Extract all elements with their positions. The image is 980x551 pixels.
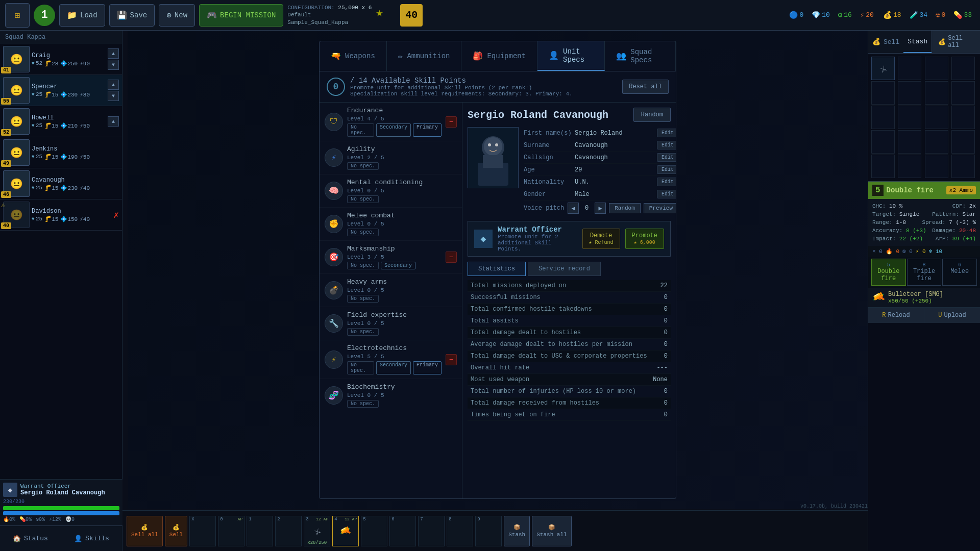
version-text: v0.17.0b, build 230421	[800, 504, 868, 509]
mode-triple-fire[interactable]: 8 Triple fire	[907, 259, 942, 286]
edit-nationality-button[interactable]: Edit	[657, 178, 676, 186]
skill-level-melee: Level 0 / 5	[347, 221, 457, 227]
stash-slot-5[interactable]	[898, 81, 921, 105]
stash-slot-19[interactable]	[951, 155, 975, 178]
content-window: 🔫 Weapons ✏ Ammunition 🎒 Equipment 👤 Uni…	[319, 41, 676, 499]
tab-squad-specs[interactable]: 👥 Squad Specs	[605, 41, 676, 71]
edit-gender-button[interactable]: Edit	[657, 190, 676, 198]
squad-member-jenkins[interactable]: 😐 Jenkins ♥25 🦵15 💠190 ⚡50 49	[0, 137, 122, 168]
stash-slot-17[interactable]	[898, 155, 921, 178]
skill-mental: 🧠 Mental conditioning Level 0 / 5 No spe…	[320, 174, 462, 208]
edit-surname-button[interactable]: Edit	[657, 141, 676, 149]
equip-slot-8[interactable]: 7	[418, 516, 445, 546]
squad-level-badge: 1	[34, 5, 55, 26]
stash-slot-2[interactable]	[925, 57, 948, 80]
squad-member-cavanough[interactable]: 😐 Cavanough ♥25 🦵15 💠230 ⚡40 46	[0, 168, 122, 199]
tab-ammunition[interactable]: ✏ Ammunition	[387, 41, 462, 71]
upload-button[interactable]: U Upload	[924, 308, 980, 323]
stash-slot-8[interactable]	[871, 106, 895, 129]
equip-slot-10[interactable]: 9	[475, 516, 502, 546]
new-button[interactable]: ⊕ New	[159, 4, 195, 27]
home-button[interactable]: ⊞	[5, 3, 30, 28]
member-down-craig[interactable]: ▼	[108, 60, 119, 70]
promote-button[interactable]: Promote ★ 6,000	[625, 229, 664, 249]
random-name-button[interactable]: Random	[633, 108, 671, 122]
marksmanship-minus-button[interactable]: −	[446, 252, 457, 263]
stash-slot-11[interactable]	[951, 106, 975, 129]
member-up-spencer[interactable]: ▲	[108, 80, 119, 90]
stash-slot-9[interactable]	[898, 106, 921, 129]
reload-button[interactable]: R Reload	[868, 308, 924, 323]
stash-slot-1[interactable]	[898, 57, 921, 80]
mode-melee[interactable]: 6 Melee	[942, 259, 977, 286]
favorite-button[interactable]: ★	[376, 5, 396, 26]
stash-slot-4[interactable]	[871, 81, 895, 105]
stash-icon: 📦	[513, 524, 521, 531]
equip-slot-0[interactable]: X	[189, 516, 216, 546]
stash-slot-14[interactable]	[925, 130, 948, 154]
tab-weapons[interactable]: 🔫 Weapons	[320, 41, 387, 71]
stash-slot-10[interactable]	[925, 106, 948, 129]
sell-all-stash-button[interactable]: 💰 Sell all	[932, 31, 980, 53]
tab-equipment[interactable]: 🎒 Equipment	[461, 41, 537, 71]
stash-slot-12[interactable]	[871, 130, 895, 154]
endurance-minus-button[interactable]: −	[446, 116, 457, 128]
squad-member-davidson[interactable]: ⚠ 😐 Davidson ♥25 🦵15 💠150 ⚡40 ✗ 40	[0, 199, 122, 231]
unit-fields: First name(s) Sergio Roland Edit Surname…	[524, 127, 676, 216]
equip-slot-1[interactable]: 0 AP	[218, 516, 244, 546]
voice-preview-button[interactable]: Preview	[644, 203, 676, 213]
sell-all-equip-button[interactable]: 💰 Sell all	[127, 516, 163, 546]
load-button[interactable]: 📁 Load	[59, 4, 105, 27]
squad-member-spencer[interactable]: 😐 Spencer ♥25 🦵15 💠230 ⚡80 ▲ ▼ 55	[0, 75, 122, 106]
member-up-craig[interactable]: ▲	[108, 48, 119, 59]
tab-service-record[interactable]: Service record	[528, 262, 601, 276]
mode-double-fire[interactable]: 5 Double fire	[871, 259, 906, 286]
voice-prev-button[interactable]: ◀	[568, 203, 579, 214]
tab-unit-specs[interactable]: 👤 Unit Specs	[537, 41, 605, 71]
demote-button[interactable]: Demote ★ Refund	[582, 229, 620, 249]
squad-member-craig[interactable]: 😐 Craig ♥52 🦵28 💠250 ⚡90 ▲ ▼ 41	[0, 44, 122, 75]
config-info: CONFIGURATION: 25,000 x 6 Default Sample…	[287, 4, 372, 26]
status-nav-button[interactable]: 🏠 Status	[0, 526, 61, 551]
skills-nav-button[interactable]: 👤 Skills	[61, 526, 122, 551]
squad-member-howell[interactable]: 😐 Howell ♥25 🦵15 💠210 ⚡50 ▲ 52	[0, 106, 122, 137]
rank-desc: Promote unit for 2 additional Skill Poin…	[498, 234, 577, 252]
tab-statistics[interactable]: Statistics	[468, 262, 526, 276]
resource-bar: 🔵0 💎10 ⚙16 ⚡20 💰18 🧪34 ☢0 💊33	[786, 10, 975, 20]
field-age: Age 29 Edit	[524, 164, 676, 176]
member-down-spencer[interactable]: ▼	[108, 91, 119, 101]
voice-next-button[interactable]: ▶	[595, 203, 606, 214]
stash-slot-6[interactable]	[925, 81, 948, 105]
equip-slot-2[interactable]: 1	[247, 516, 273, 546]
equip-slot-3[interactable]: 2	[275, 516, 302, 546]
sell-tab[interactable]: 💰 Sell	[868, 31, 903, 53]
reset-all-button[interactable]: Reset all	[622, 80, 669, 94]
equip-slot-9[interactable]: 8	[447, 516, 473, 546]
voice-random-button[interactable]: Random	[609, 203, 641, 213]
stash-slot-7[interactable]	[951, 81, 975, 105]
save-button[interactable]: 💾 Save	[109, 4, 155, 27]
stash-slot-0[interactable]: ⚔	[871, 57, 895, 80]
edit-firstname-button[interactable]: Edit	[657, 129, 676, 137]
skill-agility: ⚡ Agility Level 2 / 5 No spec.	[320, 141, 462, 174]
equip-slot-6[interactable]: 5	[361, 516, 387, 546]
equip-slot-5[interactable]: 4 12 AP 🔫	[332, 516, 359, 546]
edit-age-button[interactable]: Edit	[657, 165, 676, 174]
stash-slot-15[interactable]	[951, 130, 975, 154]
skill-level-field: Level 0 / 5	[347, 320, 457, 327]
edit-callsign-button[interactable]: Edit	[657, 153, 676, 162]
stash-tab[interactable]: Stash	[903, 31, 932, 53]
equip-slot-4[interactable]: 3 12 AP ⚔ x28/250	[304, 516, 330, 546]
begin-mission-button[interactable]: 🎮 BEGIN MISSION	[199, 4, 283, 27]
stash-all-button[interactable]: 📦 Stash all	[532, 516, 571, 546]
stash-button[interactable]: 📦 Stash	[504, 516, 530, 546]
sell-equip-button[interactable]: 💰 Sell	[165, 516, 187, 546]
equip-slot-7[interactable]: 6	[389, 516, 416, 546]
member-up-howell[interactable]: ▲	[108, 116, 119, 127]
stash-slot-3[interactable]	[951, 57, 975, 80]
stash-slot-18[interactable]	[925, 155, 948, 178]
stash-slot-13[interactable]	[898, 130, 921, 154]
electro-minus-button[interactable]: −	[446, 354, 457, 365]
svg-point-6	[495, 143, 498, 146]
stash-slot-16[interactable]	[871, 155, 895, 178]
